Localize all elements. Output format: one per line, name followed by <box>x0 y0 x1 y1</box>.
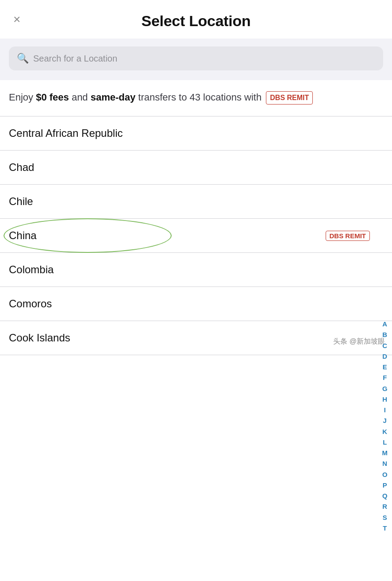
location-name: China <box>9 229 37 242</box>
location-name: Cook Islands <box>9 332 70 344</box>
alpha-letter-N[interactable]: N <box>380 458 389 469</box>
dbs-remit-badge-promo: DBS REMIT <box>266 91 313 105</box>
promo-text-3: transfers to 43 locations with <box>135 92 261 103</box>
alpha-letter-Q[interactable]: Q <box>380 491 389 501</box>
alpha-letter-O[interactable]: O <box>380 469 389 480</box>
promo-text-1: Enjoy <box>9 92 36 103</box>
search-input[interactable] <box>33 54 375 64</box>
location-name: Central African Republic <box>9 127 123 139</box>
search-bar: 🔍 <box>9 46 383 70</box>
location-name: Chile <box>9 195 33 208</box>
alpha-letter-F[interactable]: F <box>381 372 388 383</box>
alpha-letter-P[interactable]: P <box>381 480 389 490</box>
alpha-letter-S[interactable]: S <box>381 512 389 523</box>
alpha-letter-B[interactable]: B <box>380 329 389 340</box>
location-name: Comoros <box>9 298 52 310</box>
alpha-letter-R[interactable]: R <box>380 501 389 511</box>
alpha-letter-H[interactable]: H <box>380 394 389 404</box>
list-item[interactable]: Chad <box>0 151 392 184</box>
promo-bold-2: same-day <box>91 92 136 103</box>
dbs-remit-badge: DBS REMIT <box>326 231 370 241</box>
location-name: Colombia <box>9 263 54 276</box>
promo-banner: Enjoy $0 fees and same-day transfers to … <box>0 80 392 116</box>
promo-text-2: and <box>69 92 91 103</box>
list-item[interactable]: Colombia <box>0 253 392 287</box>
promo-bold-1: $0 fees <box>36 92 69 103</box>
alpha-letter-K[interactable]: K <box>380 426 389 437</box>
close-button[interactable]: × <box>13 13 20 26</box>
alpha-letter-D[interactable]: D <box>380 351 389 361</box>
search-icon: 🔍 <box>17 53 29 64</box>
alpha-letter-G[interactable]: G <box>380 383 389 394</box>
page-title: Select Location <box>142 12 251 30</box>
list-item[interactable]: Comoros <box>0 287 392 321</box>
alpha-letter-E[interactable]: E <box>381 362 389 372</box>
location-list: ABCDEFGHIJKLMNOPQRST Central African Rep… <box>0 116 392 355</box>
location-name: Chad <box>9 161 34 174</box>
alpha-letter-L[interactable]: L <box>381 437 388 447</box>
list-item[interactable]: Chile <box>0 185 392 218</box>
alpha-letter-J[interactable]: J <box>381 415 388 426</box>
alphabet-sidebar: ABCDEFGHIJKLMNOPQRST <box>378 315 392 537</box>
watermark: 头条 @新加坡眼 <box>333 337 385 346</box>
list-item[interactable]: Central African Republic <box>0 116 392 150</box>
alpha-letter-C[interactable]: C <box>380 341 389 351</box>
alpha-letter-A[interactable]: A <box>380 319 389 329</box>
alpha-letter-I[interactable]: I <box>382 405 388 415</box>
alpha-letter-M[interactable]: M <box>380 448 390 458</box>
search-section: 🔍 <box>0 39 392 80</box>
list-item[interactable]: ChinaDBS REMIT <box>0 219 392 252</box>
list-divider <box>0 355 392 355</box>
alpha-letter-T[interactable]: T <box>381 523 388 533</box>
header: × Select Location <box>0 0 392 39</box>
